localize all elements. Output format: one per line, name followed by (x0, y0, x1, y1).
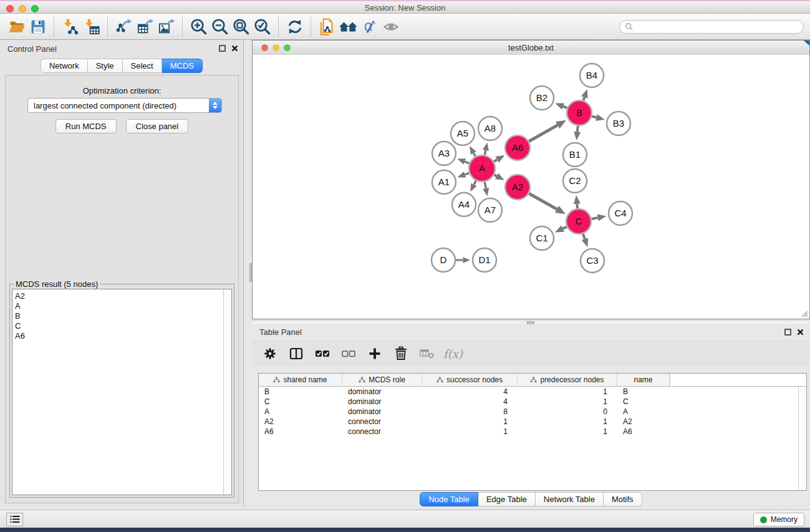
network-graph[interactable]: AA1A2A3A4A5A6A7A8BB1B2B3B4CC1C2C3C4DD1 (253, 55, 809, 319)
tab-node-table[interactable]: Node Table (420, 492, 478, 506)
close-panel-icon[interactable] (797, 329, 804, 336)
table-cell[interactable]: connector (342, 427, 422, 436)
table-cell[interactable]: dominator (342, 397, 422, 406)
edge-A-A6[interactable] (494, 160, 497, 162)
table-cell[interactable]: A (617, 407, 670, 416)
network-file-icon[interactable] (317, 16, 338, 37)
table-cell[interactable]: B (259, 387, 342, 396)
network-window-title-bar[interactable]: testGlobe.txt (253, 41, 809, 56)
open-file-icon[interactable] (6, 16, 27, 37)
table-cell[interactable]: A (259, 407, 342, 416)
result-list-item[interactable]: A2 (15, 291, 223, 301)
table-cell[interactable]: A6 (617, 427, 670, 436)
import-table-icon[interactable] (81, 16, 102, 37)
maximize-corner-icon[interactable] (804, 41, 809, 46)
edge-B-B3[interactable] (592, 116, 596, 117)
result-list-item[interactable]: A (15, 301, 223, 311)
table-cell[interactable]: 4 (422, 387, 518, 396)
mcds-result-list[interactable]: A2ABCA6 (12, 289, 232, 495)
table-cell[interactable]: 1 (518, 427, 617, 436)
run-mcds-button[interactable]: Run MCDS (55, 119, 117, 133)
tab-select[interactable]: Select (123, 59, 162, 73)
home-icon[interactable] (338, 16, 359, 37)
column-header-name[interactable]: name (617, 374, 670, 386)
eye-icon[interactable] (380, 16, 402, 37)
table-cell[interactable]: 8 (422, 407, 518, 416)
table-cell[interactable]: 0 (518, 407, 617, 416)
table-row[interactable]: A2connector11A2 (259, 417, 806, 427)
edge-A-A2[interactable] (494, 175, 496, 176)
edge-A-A8[interactable] (485, 150, 486, 155)
edge-A-A4[interactable] (474, 181, 476, 185)
table-cell[interactable]: 1 (422, 427, 518, 436)
result-list-item[interactable]: A6 (15, 331, 223, 341)
edge-C-C4[interactable] (592, 218, 598, 219)
edge-C-C2[interactable] (577, 204, 577, 208)
column-header-predecessor-nodes[interactable]: predecessor nodes (518, 374, 617, 386)
import-network-icon[interactable] (60, 16, 81, 37)
optimization-criterion-select[interactable]: largest connected component (directed) (27, 98, 222, 113)
add-column-icon[interactable] (363, 343, 386, 364)
export-network-icon[interactable] (113, 16, 135, 37)
desktop-vscrollbar-thumb[interactable] (249, 263, 252, 282)
edge-C-C3[interactable] (583, 234, 585, 239)
table-cell[interactable]: A2 (617, 417, 670, 426)
edge-B-B4[interactable] (584, 97, 585, 100)
column-header-successor-nodes[interactable]: successor nodes (422, 374, 518, 386)
table-cell[interactable]: 4 (422, 397, 518, 406)
delete-column-icon[interactable] (389, 343, 412, 364)
select-all-icon[interactable] (311, 343, 334, 364)
table-scrollbar[interactable] (798, 387, 806, 490)
edge-B-B2[interactable] (563, 107, 567, 109)
gear-icon[interactable] (258, 343, 281, 364)
refresh-icon[interactable] (284, 16, 306, 37)
table-cell[interactable]: A2 (259, 417, 342, 426)
save-session-icon[interactable] (27, 16, 49, 37)
search-input[interactable] (619, 20, 804, 34)
result-list-item[interactable]: C (15, 321, 223, 331)
table-cell[interactable]: C (259, 397, 342, 406)
resize-grip-icon[interactable] (801, 310, 808, 317)
table-cell[interactable]: B (617, 387, 670, 396)
task-history-button[interactable] (6, 513, 23, 526)
column-header-shared-name[interactable]: shared name (259, 374, 342, 386)
edge-C-C1[interactable] (562, 227, 566, 229)
network-canvas[interactable]: AA1A2A3A4A5A6A7A8BB1B2B3B4CC1C2C3C4DD1 (253, 55, 809, 319)
table-cell[interactable]: A6 (259, 427, 342, 436)
tab-style[interactable]: Style (88, 59, 123, 73)
column-header-MCDS-role[interactable]: MCDS role (342, 374, 422, 386)
table-cell[interactable]: connector (342, 417, 422, 426)
float-panel-icon[interactable] (784, 329, 791, 336)
edge-B-B1[interactable] (577, 126, 578, 132)
edge-A-A7[interactable] (485, 182, 486, 188)
table-cell[interactable]: 1 (518, 417, 617, 426)
zoom-out-icon[interactable] (210, 16, 231, 37)
table-cell[interactable]: C (617, 397, 670, 406)
edge-A6-B[interactable] (529, 125, 557, 142)
table-cell[interactable]: 1 (422, 417, 518, 426)
table-cell[interactable]: 1 (518, 397, 617, 406)
zoom-selected-icon[interactable] (252, 16, 273, 37)
tab-mcds[interactable]: MCDS (162, 59, 203, 73)
memory-button[interactable]: Memory (753, 513, 804, 526)
table-row[interactable]: Adominator80A (259, 407, 806, 417)
export-image-icon[interactable] (156, 16, 177, 37)
zoom-in-icon[interactable] (188, 16, 210, 37)
tab-network[interactable]: Network (41, 59, 88, 73)
table-cell[interactable]: 1 (518, 387, 617, 396)
table-row[interactable]: Bdominator41B (259, 387, 806, 397)
result-list-scrollbar[interactable] (223, 289, 231, 495)
deselect-all-icon[interactable] (337, 343, 360, 364)
tab-motifs[interactable]: Motifs (604, 492, 642, 506)
close-panel-icon[interactable] (231, 45, 238, 52)
close-panel-button[interactable]: Close panel (126, 119, 189, 133)
result-list-item[interactable]: B (15, 311, 223, 321)
hide-labels-icon[interactable] (359, 16, 380, 37)
edge-A-A3[interactable] (465, 162, 469, 163)
table-row[interactable]: Cdominator41C (259, 397, 806, 407)
split-columns-icon[interactable] (284, 343, 307, 364)
edge-A-A1[interactable] (465, 173, 470, 174)
tab-edge-table[interactable]: Edge Table (478, 492, 536, 506)
tab-network-table[interactable]: Network Table (536, 492, 604, 506)
table-cell[interactable]: dominator (342, 407, 422, 416)
